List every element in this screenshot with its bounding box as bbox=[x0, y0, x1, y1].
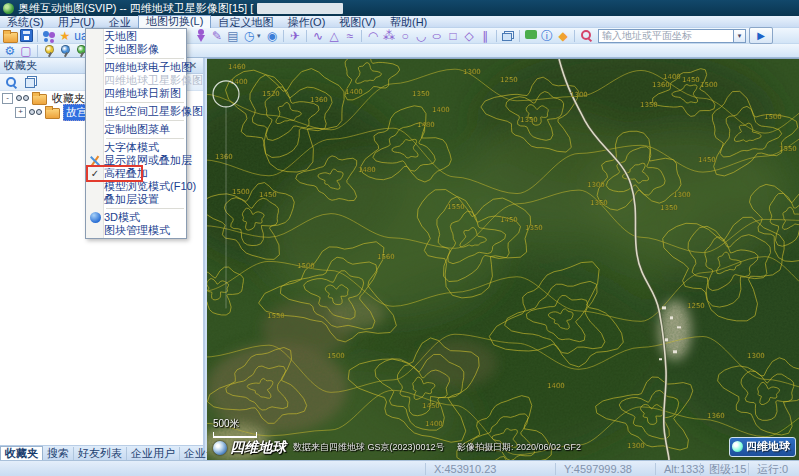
menu-item-label: 四维地球日新图 bbox=[104, 86, 181, 101]
contour-elevation-label: 1450 bbox=[500, 216, 518, 224]
status-cell: Y:4597999.38 bbox=[555, 463, 655, 475]
menubar-item[interactable]: 地图切换(L) bbox=[138, 15, 211, 28]
menu-item-label: 定制地图菜单 bbox=[104, 122, 170, 137]
toolbar-separator bbox=[496, 30, 497, 42]
clock-icon[interactable]: ◷ bbox=[241, 29, 257, 43]
circle-icon[interactable]: ○ bbox=[397, 29, 413, 43]
toolbar-separator bbox=[37, 45, 38, 57]
ellipse-icon[interactable]: ○ bbox=[429, 29, 445, 43]
contour-elevation-label: 1360 bbox=[310, 96, 328, 104]
camera-icon[interactable]: ◉ bbox=[264, 29, 280, 43]
map-viewport[interactable]: 1460140015201360140013501400148013001250… bbox=[207, 58, 799, 460]
sidebar-tabs: 收藏夹搜索好友列表企业用户企业云收藏夹 bbox=[0, 445, 203, 460]
scale-label: 500米 bbox=[213, 417, 257, 431]
menu-item-plain[interactable]: 图块管理模式 bbox=[86, 224, 186, 237]
address-search-input[interactable] bbox=[598, 29, 733, 43]
menubar-item[interactable]: 系统(S) bbox=[0, 16, 51, 28]
provider-badge: 四维地球 bbox=[729, 437, 796, 457]
contour-elevation-label: 1500 bbox=[327, 352, 345, 360]
tree-expand-toggle[interactable]: + bbox=[15, 107, 26, 118]
gear-icon[interactable]: ⚙ bbox=[2, 44, 18, 58]
visibility-glasses-icon[interactable] bbox=[16, 95, 29, 102]
menu-item-plain[interactable]: 世纪空间卫星影像图 bbox=[86, 105, 186, 118]
contour-elevation-label: 1460 bbox=[228, 63, 246, 71]
contour-elevation-label: 1500 bbox=[764, 113, 782, 121]
contour-elevation-label: 1450 bbox=[698, 156, 716, 164]
menu-item-plain[interactable]: 天地图影像 bbox=[86, 43, 186, 56]
menu-item-label: 图块管理模式 bbox=[104, 223, 170, 238]
search-combo-arrow[interactable]: ▾ bbox=[733, 29, 746, 43]
tree-expand-toggle[interactable]: - bbox=[2, 93, 13, 104]
user-pin-icon[interactable] bbox=[193, 29, 209, 43]
info-icon[interactable]: ⓘ bbox=[539, 29, 555, 43]
favorites-panel-title: 收藏夹 bbox=[4, 58, 37, 73]
menubar-item[interactable]: 视图(V) bbox=[332, 16, 383, 28]
menu-separator bbox=[106, 208, 184, 209]
save-icon[interactable] bbox=[18, 29, 34, 43]
menu-item-plain[interactable]: 叠加层设置 bbox=[86, 193, 186, 206]
toolbar-separator bbox=[574, 30, 575, 42]
contour-elevation-label: 1300 bbox=[747, 352, 765, 360]
pin-yellow-icon[interactable] bbox=[41, 44, 57, 58]
layers-icon[interactable] bbox=[23, 75, 39, 89]
wave-icon[interactable]: ≈ bbox=[342, 29, 358, 43]
menu-separator bbox=[106, 120, 184, 121]
gem-icon[interactable]: ◆ bbox=[555, 29, 571, 43]
app-logo-icon bbox=[3, 3, 14, 14]
diamond-icon[interactable]: ◇ bbox=[461, 29, 477, 43]
rect-icon[interactable]: □ bbox=[445, 29, 461, 43]
map-attribution: 数据来自四维地球 GS京(2023)0012号 bbox=[293, 441, 445, 454]
cascade-icon[interactable] bbox=[500, 29, 516, 43]
chat-icon[interactable] bbox=[523, 29, 539, 43]
arc2-icon[interactable]: ◡ bbox=[413, 29, 429, 43]
arc-icon[interactable]: ◠ bbox=[365, 29, 381, 43]
contour-elevation-label: 1400 bbox=[432, 106, 450, 114]
contour-elevation-label: 1360 bbox=[652, 81, 670, 89]
contour-elevation-label: 1400 bbox=[663, 73, 681, 81]
contour-elevation-label: 1300 bbox=[673, 191, 691, 199]
sidebar-tab[interactable]: 收藏夹 bbox=[0, 446, 43, 460]
menubar-item[interactable]: 企业 bbox=[102, 16, 138, 28]
window-title: 奥维互动地图(SVIP) -- 四维地球卫星影像图[15] [ bbox=[18, 1, 253, 16]
menubar-item[interactable]: 自定义地图 bbox=[211, 16, 280, 28]
contour-elevation-label: 1400 bbox=[425, 420, 443, 428]
menubar-item[interactable]: 帮助(H) bbox=[383, 16, 434, 28]
page-icon[interactable]: ▢ bbox=[18, 44, 34, 58]
map-switch-dropdown-menu: 天地图天地图影像四维地球电子地图四维地球卫星影像图四维地球日新图世纪空间卫星影像… bbox=[85, 28, 187, 239]
contour-elevation-label: 1360 bbox=[707, 412, 725, 420]
menubar-item[interactable]: 用户(U) bbox=[51, 16, 102, 28]
visibility-glasses-icon[interactable] bbox=[29, 109, 42, 116]
search-go-button[interactable]: ▶ bbox=[749, 27, 773, 44]
parallel-icon[interactable]: ∥ bbox=[477, 29, 493, 43]
toolbar-separator bbox=[283, 30, 284, 42]
contour-elevation-label: 1300 bbox=[627, 442, 645, 450]
magnifier-blue-icon[interactable] bbox=[3, 75, 19, 89]
scatter-icon[interactable]: ⁂ bbox=[381, 29, 397, 43]
toolbar-separator bbox=[306, 30, 307, 42]
menubar-item[interactable]: 操作(O) bbox=[280, 16, 332, 28]
dart-icon[interactable]: ✈ bbox=[287, 29, 303, 43]
triangle-icon[interactable]: △ bbox=[326, 29, 342, 43]
contour-elevation-label: 1300 bbox=[463, 68, 481, 76]
users-icon[interactable] bbox=[41, 29, 57, 43]
contour-elevation-label: 1550 bbox=[267, 312, 285, 320]
caret-icon[interactable]: ▾ bbox=[257, 32, 264, 40]
status-cell: X:453910.23 bbox=[425, 463, 555, 475]
sidebar-tab[interactable]: 搜索 bbox=[43, 447, 74, 460]
toolbar-separator bbox=[37, 30, 38, 42]
menu-item-label: 天地图影像 bbox=[104, 42, 159, 57]
star-icon[interactable]: ★ bbox=[57, 29, 73, 43]
folder-icon[interactable] bbox=[2, 29, 18, 43]
menu-item-plain[interactable]: 定制地图菜单 bbox=[86, 123, 186, 136]
pencil-icon[interactable]: ✎ bbox=[209, 29, 225, 43]
magnifier-icon[interactable] bbox=[578, 29, 594, 43]
provider-logo: 四维地球 bbox=[213, 439, 286, 457]
sidebar-tab[interactable]: 企业用户 bbox=[127, 447, 180, 460]
contour-elevation-label: 1300 bbox=[570, 91, 588, 99]
pin-blue-icon[interactable] bbox=[57, 44, 73, 58]
printer-icon[interactable]: ▤ bbox=[225, 29, 241, 43]
menu-item-plain[interactable]: 四维地球日新图 bbox=[86, 87, 186, 100]
address-search-box: ▾ ▶ bbox=[598, 29, 773, 43]
curve-icon[interactable]: ∿ bbox=[310, 29, 326, 43]
sidebar-tab[interactable]: 好友列表 bbox=[74, 447, 127, 460]
